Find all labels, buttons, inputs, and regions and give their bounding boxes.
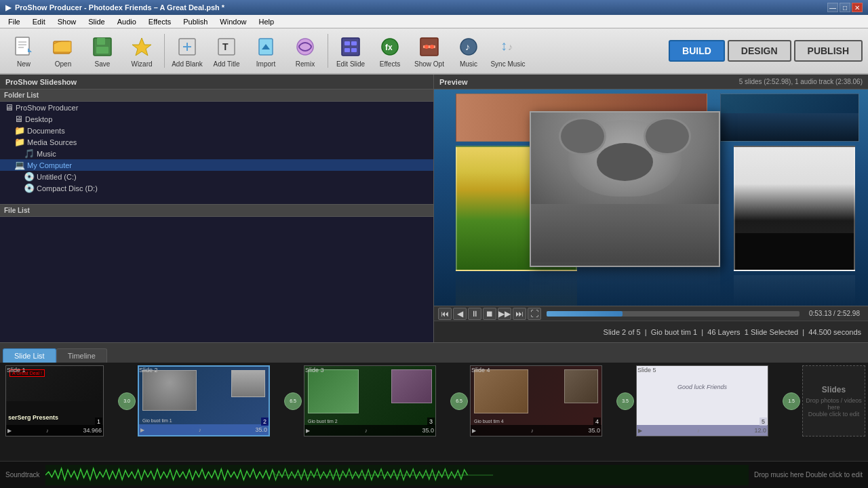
folder-item-media[interactable]: 📁 Media Sources	[0, 136, 433, 148]
slide3-music-btn[interactable]: ♪	[365, 428, 368, 434]
fullscreen-button[interactable]: ⛶	[528, 308, 541, 320]
folder-item-desktop[interactable]: 🖥 Desktop	[0, 113, 433, 125]
transition-badge-2[interactable]: 6.5	[284, 392, 302, 410]
preview-slide-info: Slide 2 of 5 | Gio buot tim 1 | 46 Layer…	[604, 328, 741, 336]
slide1-duration: 34.966	[83, 427, 102, 434]
slide4-play-btn[interactable]: ▶	[472, 428, 476, 434]
soundtrack-label: Soundtrack	[5, 471, 40, 479]
preview-selection-info: 1 Slide Selected | 44.500 seconds	[745, 328, 861, 336]
next-frame-button[interactable]: ▶▶	[498, 308, 511, 320]
menu-show[interactable]: Show	[52, 16, 82, 27]
wizard-icon	[130, 35, 154, 59]
slide2-name: Slide 2	[139, 367, 158, 373]
transition-badge-4[interactable]: 3.5	[616, 392, 634, 410]
folder-item-music[interactable]: 🎵 Music	[0, 148, 433, 159]
add-blank-button[interactable]: Add Blank	[169, 31, 205, 70]
slide2-music-btn[interactable]: ♪	[199, 427, 201, 433]
folder-item-proshow[interactable]: 🖥 ProShow Producer	[0, 102, 433, 113]
minimize-button[interactable]: —	[827, 3, 838, 12]
slide2-number: 2	[261, 418, 269, 426]
menu-help[interactable]: Help	[253, 16, 279, 27]
effects-button[interactable]: fx Effects	[372, 31, 408, 70]
transition-badge-5[interactable]: 1.5	[783, 392, 800, 410]
import-button[interactable]: Import	[248, 31, 284, 70]
remix-button[interactable]: Remix	[287, 31, 323, 70]
menu-edit[interactable]: Edit	[27, 16, 51, 27]
open-button[interactable]: Open	[45, 31, 81, 70]
new-slides-drop-area[interactable]: Slides Drop photos / videos here Double …	[802, 365, 865, 436]
close-button[interactable]: ✕	[852, 3, 863, 12]
wizard-button[interactable]: Wizard	[123, 31, 160, 70]
slide-thumb-3[interactable]: Gio buot tim 2 ▶ ♪ 35.0 3 Slide 3	[304, 365, 436, 436]
preview-area[interactable]: ✦ ✧ ✦	[434, 89, 868, 306]
show-opt-button[interactable]: Show Opt	[411, 31, 448, 70]
slide-thumb-5[interactable]: Good luck Friends ▶ ♪ 12.0 5 Slide 5	[636, 365, 768, 436]
add-title-button[interactable]: T Add Title	[208, 31, 245, 70]
progress-bar-fill	[547, 311, 623, 317]
folder-item-d[interactable]: 💿 Compact Disc (D:)	[0, 182, 433, 194]
add-title-icon: T	[214, 35, 239, 59]
edit-slide-button[interactable]: Edit Slide	[332, 31, 369, 70]
drive-c-icon: 💿	[24, 171, 35, 182]
music-icon: ♪	[456, 35, 481, 59]
fast-forward-button[interactable]: ⏭	[513, 308, 526, 320]
slide2-play-btn[interactable]: ▶	[140, 427, 144, 433]
sync-music-icon: ↕♪	[496, 35, 520, 59]
build-mode-button[interactable]: BUILD	[669, 40, 725, 62]
menu-window[interactable]: Window	[214, 16, 252, 27]
sync-music-button[interactable]: ↕♪ Sync Music	[490, 31, 526, 70]
menu-effects[interactable]: Effects	[143, 16, 176, 27]
folder-item-documents[interactable]: 📁 Documents	[0, 125, 433, 136]
menu-file[interactable]: File	[3, 16, 26, 27]
pause-button[interactable]: ⏸	[468, 308, 481, 320]
stop-button[interactable]: ⏹	[483, 308, 496, 320]
folder-item-mycomputer[interactable]: 💻 My Computer	[0, 159, 433, 171]
file-list-header: File List	[0, 205, 433, 217]
tab-slide-list[interactable]: Slide List	[3, 348, 56, 363]
menu-publish[interactable]: Publish	[178, 16, 213, 27]
music-button[interactable]: ♪ Music	[450, 31, 487, 70]
save-button[interactable]: Save	[84, 31, 121, 70]
svg-rect-8	[96, 47, 108, 54]
slide5-music-btn[interactable]: ♪	[697, 428, 700, 434]
new-button[interactable]: New	[5, 31, 42, 70]
slide3-play-btn[interactable]: ▶	[306, 428, 310, 434]
file-section: File List	[0, 205, 433, 342]
preview-collage: ✦ ✧ ✦	[434, 89, 868, 306]
slide1-play-btn[interactable]: ▶	[7, 428, 12, 434]
folder-section: Folder List 🖥 ProShow Producer 🖥 Desktop…	[0, 89, 433, 205]
desktop-icon: 🖥	[14, 114, 23, 124]
slide1-presenter-text: serSerg Presents	[8, 414, 58, 421]
menu-audio[interactable]: Audio	[112, 16, 142, 27]
slide-thumb-1[interactable]: A Great Deal ! serSerg Presents ▶ ♪ 34.9…	[5, 365, 104, 436]
folder-item-c[interactable]: 💿 Untitled (C:)	[0, 171, 433, 182]
svg-rect-19	[344, 41, 350, 45]
design-mode-button[interactable]: DESIGN	[728, 40, 791, 62]
transition-5: 1.5	[782, 365, 801, 436]
slide4-music-btn[interactable]: ♪	[531, 428, 534, 434]
transition-badge-3[interactable]: 6.5	[450, 392, 468, 410]
transition-badge-1[interactable]: 3.0	[118, 392, 136, 410]
progress-bar-container[interactable]	[547, 311, 800, 317]
window-controls[interactable]: — □ ✕	[827, 3, 863, 12]
toolbar: New Open Save Wizard Add Blank T Add Tit…	[0, 28, 868, 75]
waveform[interactable]	[45, 465, 749, 485]
title-text: ▶ ProShow Producer - Photodex Friends – …	[5, 3, 224, 12]
slide-thumb-4[interactable]: Gio buot tim 4 ▶ ♪ 35.0 4 Slide 4	[470, 365, 602, 436]
prev-frame-button[interactable]: ◀	[453, 308, 467, 320]
transition-2: 6.5	[283, 365, 302, 436]
tab-timeline[interactable]: Timeline	[56, 348, 107, 363]
proshow-icon: 🖥	[5, 102, 14, 113]
slide5-play-btn[interactable]: ▶	[638, 428, 642, 434]
publish-mode-button[interactable]: PUBLISH	[794, 40, 863, 62]
soundtrack-hint: Drop music here Double click to edit	[754, 471, 863, 479]
svg-text:fx: fx	[385, 43, 393, 52]
maximize-button[interactable]: □	[840, 3, 850, 12]
preview-controls: ⏮ ◀ ⏸ ⏹ ▶▶ ⏭ ⛶ 0:53.13 / 2:52.98	[434, 306, 868, 321]
skip-start-button[interactable]: ⏮	[438, 308, 452, 320]
menu-bar: File Edit Show Slide Audio Effects Publi…	[0, 15, 868, 28]
mode-buttons: BUILD DESIGN PUBLISH	[669, 40, 863, 62]
slide1-music-btn[interactable]: ♪	[46, 428, 49, 434]
menu-slide[interactable]: Slide	[83, 16, 110, 27]
slide-thumb-2[interactable]: Gio buot tim 1 ▶ ♪ 35.0 2 Slide 2	[138, 365, 270, 436]
